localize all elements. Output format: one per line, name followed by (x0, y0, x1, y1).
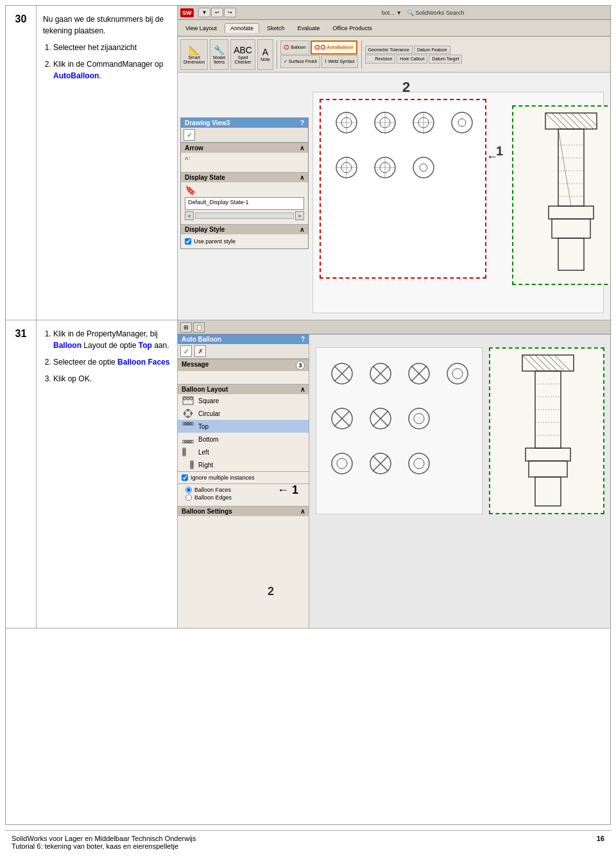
drawing-view-box (320, 99, 486, 279)
tab-sketch[interactable]: Sketch (262, 24, 290, 33)
instructions-30: Nu gaan we de stuknummers bij de tekenin… (37, 6, 178, 320)
balloon-drawing-view (316, 347, 483, 514)
btn-model-items[interactable]: 🔧 ModelItems (210, 39, 228, 70)
instruction-30-1: Selecteer het zijaanzicht (53, 42, 171, 53)
instructions-31: Klik in de PropertyMa­nager, bij Balloon… (37, 320, 178, 628)
sw-ui-30: SW ▼ ↩ ↪ bot... ▼ 🔍 SolidWorks Search Vi… (178, 6, 610, 320)
pm-balloon-settings-label: Balloon Settings (182, 508, 232, 515)
pm-help-icon[interactable]: ? (300, 119, 304, 126)
svg-point-57 (187, 441, 189, 443)
toolbar-btn[interactable]: ▼ (198, 8, 211, 17)
tab-view-layout[interactable]: View Layout (180, 24, 222, 33)
pm-display-state-listbox[interactable]: Default_Display State-1 (185, 197, 304, 210)
layout-option-square[interactable]: Square (178, 394, 309, 407)
pm-section-balloon-layout[interactable]: Balloon Layout ∧ (178, 384, 309, 394)
btn-balloon[interactable]: ⭕ Balloon (280, 40, 309, 55)
btn-autoBalloon[interactable]: ⭕⭕ AutoBalloon (311, 40, 357, 55)
svg-point-66 (191, 466, 193, 468)
page-footer: SolidWorks voor Lager en Middelbaar Tech… (5, 830, 611, 854)
bolt-drawing-31 (489, 347, 604, 514)
small-icon-2[interactable]: 📋 (193, 322, 205, 333)
svg-point-85 (414, 413, 424, 424)
pm-section-message[interactable]: Message 3 (178, 359, 309, 371)
svg-line-96 (535, 355, 551, 371)
btn-note[interactable]: A Note (257, 39, 273, 70)
bolt-drawing-box (512, 105, 610, 285)
instruction-31-2: Selecteer de optie Bal­loon Faces (53, 356, 171, 368)
pm-use-parent-checkbox[interactable] (185, 238, 191, 245)
btn-geometric-tolerance[interactable]: Geometric Tolerance (365, 46, 413, 54)
btn-surface-finish[interactable]: ✓ Surface Finish (280, 55, 321, 68)
svg-point-62 (184, 453, 185, 455)
layout-circular-label: Circular (198, 410, 220, 417)
svg-point-86 (332, 453, 352, 474)
layout-option-left[interactable]: Left (178, 446, 309, 458)
layout-option-top[interactable]: Top (178, 420, 309, 433)
pm-use-parent-style: Use parent style (185, 238, 304, 245)
svg-point-13 (458, 119, 466, 126)
pm-ok-button[interactable]: ✓ (184, 129, 195, 141)
pm-section-arrow[interactable]: Arrow ∧ (181, 143, 308, 153)
layout-option-bottom[interactable]: Bottom (178, 433, 309, 446)
row-30: 30 Nu gaan we de stuknummers bij de teke… (6, 6, 610, 320)
pm-scroll-right[interactable]: > (295, 211, 304, 220)
footer-subtitle: Tutorial 6: tekening van boter, kaas en … (12, 842, 196, 850)
svg-line-98 (548, 355, 564, 371)
instruction-30-2: Klik in de Command­Manager op AutoBal­lo… (53, 58, 171, 82)
svg-point-50 (184, 413, 186, 415)
svg-point-54 (190, 423, 192, 425)
svg-point-84 (409, 408, 429, 429)
autoBalloon-highlight: AutoBal­loon (53, 71, 99, 80)
layout-bottom-label: Bottom (198, 436, 219, 443)
drawing-area-30: 1 ← (312, 92, 604, 313)
auto-balloon-ok[interactable]: ✓ (180, 345, 192, 357)
btn-hole-callout[interactable]: Hole Callout (397, 55, 427, 64)
arrow-1-indicator: ← 1 (277, 483, 298, 497)
svg-line-97 (542, 355, 558, 371)
btn-revision[interactable]: ⬜ Revision (365, 55, 396, 64)
svg-point-49 (187, 416, 189, 418)
instruction-31-3: Klik op OK. (53, 373, 171, 385)
btn-spell-checker[interactable]: ABC SpellChecker (230, 39, 255, 70)
pm-section-display-state[interactable]: Display State ∧ (181, 172, 308, 182)
ignore-multiple-checkbox[interactable] (182, 474, 188, 481)
tab-office[interactable]: Office Products (327, 24, 377, 33)
layout-option-right[interactable]: Right (178, 458, 309, 471)
pm-arrow-content: A↑ (181, 153, 308, 172)
auto-balloon-cancel[interactable]: ✗ (194, 345, 206, 357)
pm-balloon-layout-label: Balloon Layout (182, 386, 228, 393)
svg-line-99 (554, 355, 570, 371)
toolbar-undo[interactable]: ↩ (211, 8, 223, 17)
svg-line-31 (584, 113, 597, 126)
svg-rect-24 (545, 113, 597, 129)
toolbar-redo[interactable]: ↪ (224, 8, 236, 17)
pm-scroll-left[interactable]: < (185, 211, 194, 220)
square-layout-icon (182, 395, 194, 406)
auto-balloon-help[interactable]: ? (301, 336, 305, 343)
tab-annotate[interactable]: Annotate (225, 23, 259, 33)
pm-section-balloon-settings[interactable]: Balloon Settings ∧ (178, 506, 309, 516)
btn-smart-dimension[interactable]: 📐 SmartDimension (180, 39, 208, 70)
svg-rect-93 (522, 355, 574, 371)
svg-point-47 (187, 410, 189, 412)
pm-section-display-style-label: Display Style (185, 226, 225, 233)
tab-evaluate[interactable]: Evaluate (292, 24, 325, 33)
auto-balloon-title: Auto Balloon (182, 336, 221, 343)
balloon-edges-radio[interactable] (185, 494, 192, 501)
svg-line-33 (558, 129, 571, 206)
layout-option-circular[interactable]: Circular (178, 407, 309, 420)
svg-line-29 (571, 113, 587, 129)
instruction-intro-30: Nu gaan we de stuknummers bij de tekenin… (43, 13, 171, 37)
small-icon-1[interactable]: ⊞ (180, 322, 192, 333)
pm-section-display-style[interactable]: Display Style ∧ (181, 224, 308, 234)
svg-rect-106 (526, 448, 570, 461)
btn-datum-target[interactable]: Datum Target (429, 55, 462, 64)
balloon-faces-radio[interactable] (185, 487, 192, 493)
content-area: 30 Nu gaan we de stuknummers bij de teke… (5, 5, 611, 825)
svg-line-95 (529, 355, 545, 371)
pm-display-style-content: Use parent style (181, 234, 308, 248)
btn-weld-symbol[interactable]: ⌇ Weld Symbol (321, 55, 357, 68)
svg-rect-39 (549, 206, 594, 219)
btn-datum-feature[interactable]: Datum Feature (414, 46, 450, 54)
auto-balloon-header: Auto Balloon ? (178, 334, 309, 344)
